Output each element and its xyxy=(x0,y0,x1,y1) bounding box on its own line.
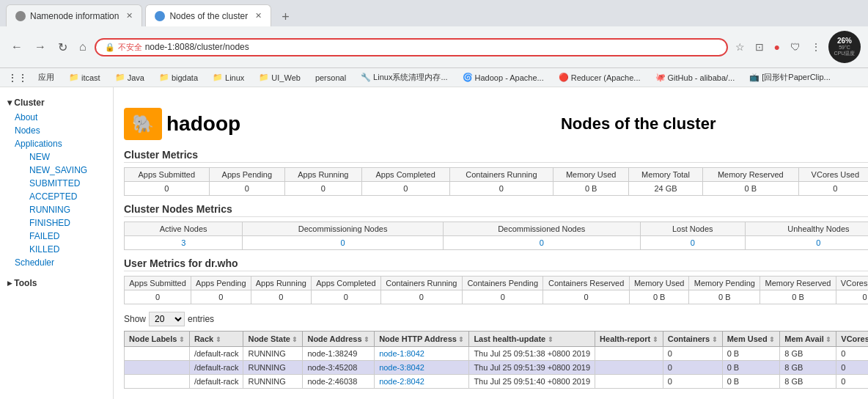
node-http-link[interactable]: node-3:8042 xyxy=(379,363,424,372)
bookmark-itcast[interactable]: 📁itcast xyxy=(65,71,105,84)
cm-val-2: 0 xyxy=(285,182,361,196)
data-table: Node Labels Rack Node State Node Address… xyxy=(124,331,868,389)
dt-header-5[interactable]: Last health-update xyxy=(469,332,595,347)
dt-header-8[interactable]: Mem Used xyxy=(722,332,780,347)
dt-header-7[interactable]: Containers xyxy=(663,332,722,347)
tab-nodes[interactable]: Nodes of the cluster ✕ xyxy=(145,4,271,26)
cnm-val-1: 0 xyxy=(243,236,444,250)
um-header-4: Containers Running xyxy=(380,277,462,290)
back-button[interactable]: ← xyxy=(7,39,26,55)
sidebar-link-submitted[interactable]: SUBMITTED xyxy=(7,177,113,190)
dt-header-3[interactable]: Node Address xyxy=(303,332,375,347)
bookmark-apps[interactable]: 应用 xyxy=(34,70,59,84)
table-cell: 0 xyxy=(663,347,722,361)
dt-header-1[interactable]: Rack xyxy=(189,332,243,347)
um-val-5: 0 xyxy=(462,290,543,304)
bookmark-paperclip[interactable]: 📺[回形针PaperClip... xyxy=(745,70,835,84)
cast-icon[interactable]: ⊡ xyxy=(752,40,767,54)
cm-header-7: Memory Reserved xyxy=(702,168,798,182)
um-val-1: 0 xyxy=(191,290,251,304)
sidebar-link-about[interactable]: About xyxy=(0,111,113,124)
tab-namenode[interactable]: Namenode information ✕ xyxy=(6,4,142,26)
home-button[interactable]: ⌂ xyxy=(76,39,90,55)
reload-button[interactable]: ↻ xyxy=(54,39,71,56)
apps-grid-icon[interactable]: ⋮⋮ xyxy=(7,72,28,84)
table-cell: 0 xyxy=(663,375,722,389)
sidebar-link-failed[interactable]: FAILED xyxy=(7,230,113,243)
nav-bar: ← → ↻ ⌂ 🔒 不安全 node-1:8088/cluster/nodes … xyxy=(0,26,868,68)
cpu-percent: 26% xyxy=(837,37,852,45)
cnm-val-0: 3 xyxy=(125,236,243,250)
dt-header-0[interactable]: Node Labels xyxy=(125,332,190,347)
bookmark-linux-clean[interactable]: 🔧Linux系统清理内存... xyxy=(356,70,452,84)
cm-header-3: Apps Completed xyxy=(361,168,449,182)
show-select[interactable]: 20 50 100 xyxy=(149,312,185,326)
unhealthy-nodes-link[interactable]: 0 xyxy=(816,238,820,247)
bookmark-github[interactable]: 🐙GitHub - alibaba/... xyxy=(651,71,740,84)
bookmark-hadoop[interactable]: 🌀Hadoop - Apache... xyxy=(458,71,548,84)
lost-nodes-link[interactable]: 0 xyxy=(691,238,695,247)
node-http-link[interactable]: node-1:8042 xyxy=(379,349,424,358)
logged-in-label: Logged in as: dr.who xyxy=(124,95,868,105)
um-val-9: 0 B xyxy=(760,290,836,304)
bookmark-personal[interactable]: personal xyxy=(311,72,350,84)
table-cell: Thu Jul 25 09:51:38 +0800 2019 xyxy=(469,347,595,361)
bookmark-linux[interactable]: 📁Linux xyxy=(208,71,249,84)
address-bar[interactable]: 🔒 不安全 node-1:8088/cluster/nodes xyxy=(95,38,728,56)
sidebar-link-scheduler[interactable]: Scheduler xyxy=(0,256,113,269)
cm-val-7: 0 B xyxy=(702,182,798,196)
dt-header-6[interactable]: Health-report xyxy=(595,332,663,347)
cm-val-0: 0 xyxy=(125,182,210,196)
cm-val-4: 0 xyxy=(449,182,553,196)
decommissioned-nodes-link[interactable]: 0 xyxy=(540,238,544,247)
cnm-val-3: 0 xyxy=(640,236,745,250)
tools-section-label[interactable]: Tools xyxy=(0,275,113,291)
table-cell: 0 B xyxy=(722,347,780,361)
address-text[interactable]: node-1:8088/cluster/nodes xyxy=(145,42,718,52)
table-cell: RUNNING xyxy=(243,361,303,375)
sidebar-link-finished[interactable]: FINISHED xyxy=(7,216,113,230)
table-cell xyxy=(125,375,190,389)
dt-header-2[interactable]: Node State xyxy=(243,332,303,347)
bookmark-reducer[interactable]: 🔴Reducer (Apache... xyxy=(554,71,645,84)
table-cell: 8 GB xyxy=(780,375,836,389)
table-cell xyxy=(125,347,190,361)
active-nodes-link[interactable]: 3 xyxy=(181,238,185,247)
sidebar-link-applications[interactable]: Applications xyxy=(0,137,113,150)
cnm-val-4: 0 xyxy=(745,236,868,250)
bookmarks-bar: ⋮⋮ 应用 📁itcast 📁Java 📁bigdata 📁Linux 📁UI_… xyxy=(0,68,868,87)
forward-button[interactable]: → xyxy=(31,39,50,55)
tab-nodes-close[interactable]: ✕ xyxy=(255,11,262,21)
tab-bar: Namenode information ✕ Nodes of the clus… xyxy=(0,0,868,26)
header-area: 🐘 hadoop Nodes of the cluster xyxy=(124,108,868,140)
sidebar-link-running[interactable]: RUNNING xyxy=(7,203,113,216)
bookmark-java[interactable]: 📁Java xyxy=(111,71,149,84)
cluster-section-label[interactable]: Cluster xyxy=(0,95,113,111)
extension-icon[interactable]: ● xyxy=(771,40,783,54)
node-http-link[interactable]: node-2:8042 xyxy=(379,377,424,386)
security-label: 不安全 xyxy=(118,42,142,53)
sidebar-link-killed[interactable]: KILLED xyxy=(7,243,113,256)
um-header-8: Memory Pending xyxy=(689,277,760,290)
new-tab-button[interactable]: + xyxy=(274,7,297,26)
decommissioning-nodes-link[interactable]: 0 xyxy=(341,238,345,247)
dt-header-9[interactable]: Mem Avail xyxy=(780,332,836,347)
dt-header-10[interactable]: VCores Used xyxy=(836,332,868,347)
bookmark-bigdata[interactable]: 📁bigdata xyxy=(155,71,202,84)
page-title: Nodes of the cluster xyxy=(240,114,868,133)
sidebar-link-nodes[interactable]: Nodes xyxy=(0,124,113,137)
sidebar-link-accepted[interactable]: ACCEPTED xyxy=(7,190,113,203)
um-header-1: Apps Pending xyxy=(191,277,251,290)
tab-namenode-close[interactable]: ✕ xyxy=(126,11,133,21)
um-val-6: 0 xyxy=(543,290,629,304)
app-links-section: NEW NEW_SAVING SUBMITTED ACCEPTED RUNNIN… xyxy=(0,150,113,256)
bookmark-uiweb[interactable]: 📁UI_Web xyxy=(254,71,305,84)
sidebar-link-new[interactable]: NEW xyxy=(7,150,113,164)
table-cell: 0 xyxy=(836,375,868,389)
shield-icon[interactable]: 🛡 xyxy=(787,40,803,54)
dt-header-4[interactable]: Node HTTP Address xyxy=(375,332,469,347)
sidebar-link-new-saving[interactable]: NEW_SAVING xyxy=(7,164,113,177)
bookmark-star-icon[interactable]: ☆ xyxy=(732,40,748,54)
cluster-nodes-metrics-table: Active Nodes Decommissioning Nodes Decom… xyxy=(124,222,868,250)
menu-icon[interactable]: ⋮ xyxy=(808,40,824,54)
